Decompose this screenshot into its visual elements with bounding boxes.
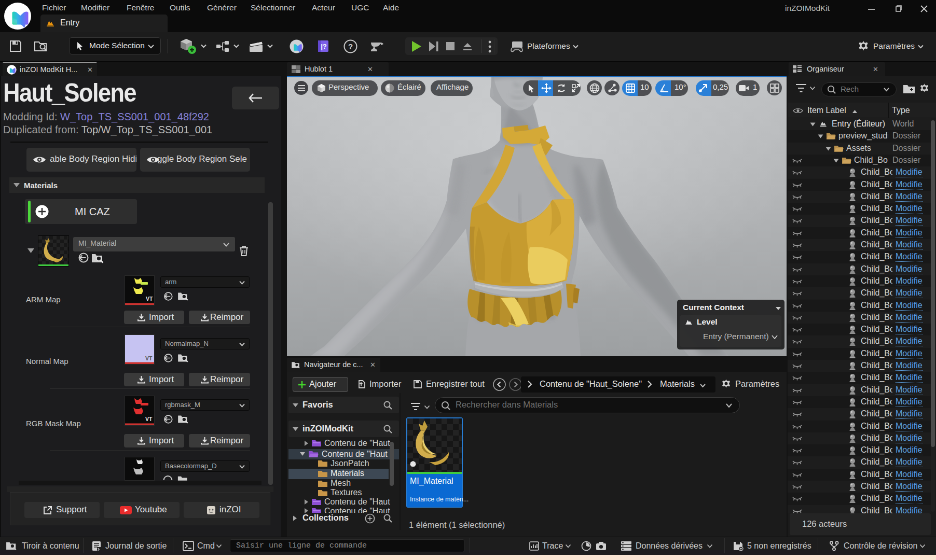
svg-text:?: ?: [348, 42, 353, 51]
svg-text:VT: VT: [146, 296, 153, 302]
svg-text:|?: |?: [321, 43, 327, 50]
svg-text:VT: VT: [145, 416, 153, 422]
svg-text:VT: VT: [145, 355, 153, 361]
